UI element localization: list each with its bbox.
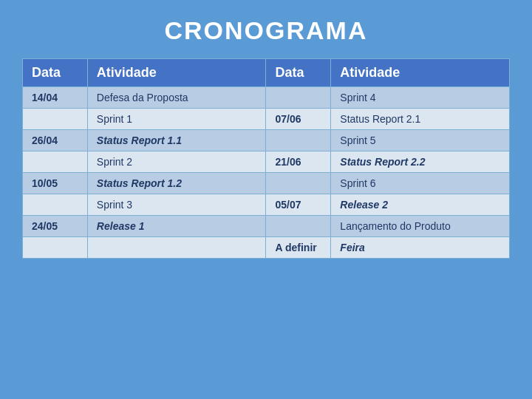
table-row: A definirFeira bbox=[23, 237, 510, 259]
cell-activity-left: Status Report 1.1 bbox=[87, 130, 266, 151]
cell-date-right: A definir bbox=[266, 237, 331, 259]
page-title: CRONOGRAMA bbox=[165, 16, 368, 44]
cell-date-right: 05/07 bbox=[266, 194, 331, 216]
cell-date-right bbox=[266, 173, 331, 194]
cell-date-left: 26/04 bbox=[23, 130, 88, 151]
header-data-2: Data bbox=[266, 59, 331, 87]
cell-date-left bbox=[23, 109, 88, 130]
cell-activity-left: Defesa da Proposta bbox=[87, 87, 266, 109]
cell-date-right: 07/06 bbox=[266, 109, 331, 130]
header-atividade-1: Atividade bbox=[87, 59, 266, 87]
cell-date-left: 24/05 bbox=[23, 216, 88, 237]
table-row: 26/04Status Report 1.1Sprint 5 bbox=[23, 130, 510, 151]
table-row: Sprint 107/06Status Report 2.1 bbox=[23, 109, 510, 130]
cell-date-left: 14/04 bbox=[23, 87, 88, 109]
table-row: Sprint 305/07Release 2 bbox=[23, 194, 510, 216]
cell-date-right bbox=[266, 130, 331, 151]
cell-date-left: 10/05 bbox=[23, 173, 88, 194]
cell-activity-left: Status Report 1.2 bbox=[87, 173, 266, 194]
schedule-table-wrapper: Data Atividade Data Atividade 14/04Defes… bbox=[22, 58, 510, 259]
table-header-row: Data Atividade Data Atividade bbox=[23, 59, 510, 87]
cell-date-right bbox=[266, 87, 331, 109]
cell-activity-left bbox=[87, 237, 266, 259]
cell-date-right: 21/06 bbox=[266, 151, 331, 173]
header-atividade-2: Atividade bbox=[331, 59, 510, 87]
cell-activity-right: Sprint 4 bbox=[331, 87, 510, 109]
table-row: Sprint 221/06Status Report 2.2 bbox=[23, 151, 510, 173]
cell-activity-right: Sprint 6 bbox=[331, 173, 510, 194]
cell-activity-right: Sprint 5 bbox=[331, 130, 510, 151]
cell-activity-right: Release 2 bbox=[331, 194, 510, 216]
cell-activity-right: Status Report 2.2 bbox=[331, 151, 510, 173]
cell-activity-left: Release 1 bbox=[87, 216, 266, 237]
cell-date-left bbox=[23, 151, 88, 173]
cell-activity-right: Feira bbox=[331, 237, 510, 259]
table-row: 24/05Release 1Lançamento do Produto bbox=[23, 216, 510, 237]
table-row: 14/04Defesa da PropostaSprint 4 bbox=[23, 87, 510, 109]
cell-activity-left: Sprint 3 bbox=[87, 194, 266, 216]
table-row: 10/05Status Report 1.2Sprint 6 bbox=[23, 173, 510, 194]
cell-date-left bbox=[23, 237, 88, 259]
cell-activity-left: Sprint 1 bbox=[87, 109, 266, 130]
cell-date-left bbox=[23, 194, 88, 216]
title-area: CRONOGRAMA bbox=[0, 0, 532, 58]
schedule-table: Data Atividade Data Atividade 14/04Defes… bbox=[22, 58, 510, 259]
header-data-1: Data bbox=[23, 59, 88, 87]
cell-activity-left: Sprint 2 bbox=[87, 151, 266, 173]
cell-activity-right: Status Report 2.1 bbox=[331, 109, 510, 130]
cell-date-right bbox=[266, 216, 331, 237]
cell-activity-right: Lançamento do Produto bbox=[331, 216, 510, 237]
